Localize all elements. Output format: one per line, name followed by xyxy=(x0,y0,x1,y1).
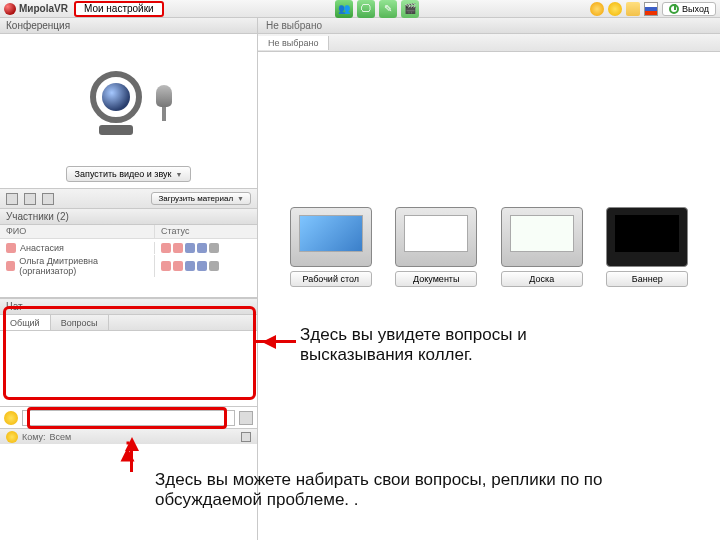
tile-documents-label: Документы xyxy=(413,274,459,284)
tile-documents-image xyxy=(395,207,477,267)
tile-banner-label: Баннер xyxy=(632,274,663,284)
conference-panel: Запустить видео и звук ▼ xyxy=(0,34,257,189)
participant-name: Ольга Дмитриевна (организатор) xyxy=(19,256,148,276)
tile-board-image xyxy=(501,207,583,267)
tile-desktop-button[interactable]: Рабочий стол xyxy=(290,271,372,287)
webcam-icon xyxy=(84,71,148,135)
send-icon[interactable] xyxy=(239,411,253,425)
status-icons xyxy=(161,261,251,271)
brand: MирolaVR xyxy=(4,3,68,15)
chat-tab-common[interactable]: Общий xyxy=(0,315,51,330)
content-header-label: Не выбрано xyxy=(266,20,322,31)
tile-board-button[interactable]: Доска xyxy=(501,271,583,287)
participants-header: Участники (2) xyxy=(0,209,257,225)
chat-settings-icon[interactable] xyxy=(241,432,251,442)
exit-button-label: Выход xyxy=(682,4,709,14)
brand-icon xyxy=(4,3,16,15)
chevron-down-icon: ▼ xyxy=(175,171,182,178)
power-icon xyxy=(669,4,679,14)
participants-panel: ФИО Статус Анастасия Ольга Дмитриевна (о… xyxy=(0,225,257,298)
camera-preview xyxy=(84,40,174,166)
tile-board: Доска xyxy=(501,207,583,287)
annotation-arrow-chat xyxy=(256,340,296,343)
upload-material-button[interactable]: Загрузить материал ▼ xyxy=(151,192,251,205)
col-name-header: ФИО xyxy=(0,225,155,238)
emoji-icon[interactable] xyxy=(608,2,622,16)
participant-name: Анастасия xyxy=(20,243,64,253)
chat-section: Чат Общий Вопросы Кому: Всем xyxy=(0,298,257,444)
arrow-stem xyxy=(130,444,133,472)
content-area: Рабочий стол Документы Доска Баннер xyxy=(258,52,720,540)
microphone-icon xyxy=(154,85,174,121)
conference-header: Конференция xyxy=(0,18,257,34)
right-panel: Не выбрано Не выбрано Рабочий стол Докум… xyxy=(258,18,720,540)
participants-table-header: ФИО Статус xyxy=(0,225,257,239)
chat-tab-questions-label: Вопросы xyxy=(61,318,98,328)
chat-title: Чат xyxy=(6,301,23,312)
title-bar: MирolaVR Мои настройки 👥 🖵 ✎ 🎬 Выход xyxy=(0,0,720,18)
status-icons xyxy=(161,243,251,253)
media-icon[interactable]: 🎬 xyxy=(401,0,419,18)
tab-my-settings[interactable]: Мои настройки xyxy=(74,1,164,17)
header-right-icons xyxy=(590,2,658,16)
chat-to-value: Всем xyxy=(50,432,72,442)
users-icon[interactable]: 👥 xyxy=(335,0,353,18)
app-window: MирolaVR Мои настройки 👥 🖵 ✎ 🎬 Выход Кон… xyxy=(0,0,720,540)
chat-input[interactable] xyxy=(22,410,235,426)
chat-tab-questions[interactable]: Вопросы xyxy=(51,315,109,330)
tile-desktop-image xyxy=(290,207,372,267)
emoji-smile-icon[interactable] xyxy=(4,411,18,425)
tile-banner-image xyxy=(606,207,688,267)
user-dot-icon xyxy=(6,261,15,271)
tile-desktop-label: Рабочий стол xyxy=(303,274,360,284)
chat-tabs: Общий Вопросы xyxy=(0,315,257,331)
content-tab-label: Не выбрано xyxy=(268,38,318,48)
screen-share-icon[interactable]: 🖵 xyxy=(357,0,375,18)
user-dot-icon xyxy=(6,243,16,253)
tab-my-settings-label: Мои настройки xyxy=(84,3,154,14)
participant-row[interactable]: Ольга Дмитриевна (организатор) xyxy=(0,257,257,275)
start-av-button[interactable]: Запустить видео и звук ▼ xyxy=(66,166,192,182)
left-panel: Конференция Запустить видео и звук ▼ xyxy=(0,18,258,540)
participants-title: Участники (2) xyxy=(6,211,69,222)
tile-desktop: Рабочий стол xyxy=(290,207,372,287)
brand-text: MирolaVR xyxy=(19,3,68,14)
annotation-text-chat-input: Здесь вы можете набирать свои вопросы, р… xyxy=(155,470,685,511)
tile-documents: Документы xyxy=(395,207,477,287)
content-header: Не выбрано xyxy=(258,18,720,34)
tile-banner-button[interactable]: Баннер xyxy=(606,271,688,287)
conference-title: Конференция xyxy=(6,20,70,31)
folder-icon[interactable] xyxy=(626,2,640,16)
tile-documents-button[interactable]: Документы xyxy=(395,271,477,287)
chat-to-label: Кому: xyxy=(22,432,46,442)
content-tile-row: Рабочий стол Документы Доска Баннер xyxy=(258,207,720,287)
tile-banner: Баннер xyxy=(606,207,688,287)
start-av-label: Запустить видео и звук xyxy=(75,169,172,179)
chat-input-row xyxy=(0,406,257,428)
exit-button[interactable]: Выход xyxy=(662,2,716,16)
content-tabs: Не выбрано xyxy=(258,34,720,52)
left-toolbar: Загрузить материал ▼ xyxy=(0,189,257,209)
col-status-header: Статус xyxy=(155,225,257,238)
tool-icon-3[interactable] xyxy=(42,193,54,205)
header-action-icons: 👥 🖵 ✎ 🎬 xyxy=(335,0,419,18)
tile-board-label: Доска xyxy=(529,274,554,284)
annotation-text-chat-view: Здесь вы увидете вопросы и высказывания … xyxy=(300,325,560,366)
tool-icon-1[interactable] xyxy=(6,193,18,205)
status-dot-icon xyxy=(6,431,18,443)
tools-icon[interactable]: ✎ xyxy=(379,0,397,18)
content-tab-notselected[interactable]: Не выбрано xyxy=(258,36,329,50)
chat-tab-common-label: Общий xyxy=(10,318,40,328)
language-flag-icon[interactable] xyxy=(644,2,658,16)
tool-icon-2[interactable] xyxy=(24,193,36,205)
upload-material-label: Загрузить материал xyxy=(158,194,233,203)
chat-messages xyxy=(0,331,257,406)
raise-hand-icon[interactable] xyxy=(590,2,604,16)
chevron-down-icon: ▼ xyxy=(237,195,244,202)
chat-header: Чат xyxy=(0,299,257,315)
